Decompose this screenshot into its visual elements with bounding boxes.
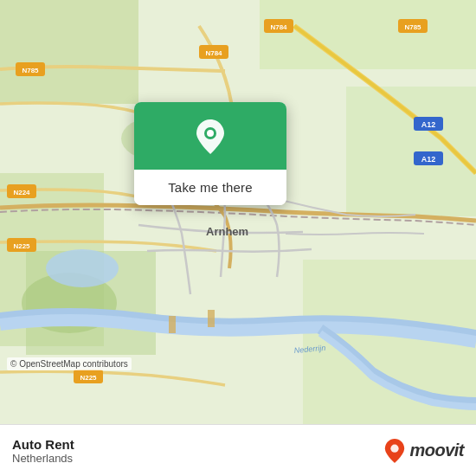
take-me-there-button[interactable]: Take me there <box>134 170 286 205</box>
svg-text:N784: N784 <box>205 49 222 57</box>
moovit-text: moovit <box>409 441 464 460</box>
svg-rect-31 <box>208 310 215 327</box>
popup-header <box>134 102 286 170</box>
svg-text:N785: N785 <box>404 23 421 31</box>
svg-rect-2 <box>260 0 476 69</box>
svg-text:A12: A12 <box>421 155 436 164</box>
svg-text:N225: N225 <box>13 242 30 250</box>
osm-credit: © OpenStreetMap contributors <box>7 357 132 370</box>
location-country: Netherlands <box>12 452 74 465</box>
location-pin-icon <box>195 118 226 156</box>
svg-text:A12: A12 <box>421 120 436 129</box>
svg-text:N785: N785 <box>22 67 39 74</box>
moovit-logo: moovit <box>383 438 464 464</box>
svg-point-9 <box>46 249 119 287</box>
location-name: Auto Rent <box>12 437 74 452</box>
moovit-pin-icon <box>383 438 406 464</box>
svg-text:N224: N224 <box>13 189 30 196</box>
svg-rect-1 <box>0 0 138 104</box>
location-info: Auto Rent Netherlands <box>12 437 74 465</box>
svg-text:Arnhem: Arnhem <box>206 225 248 238</box>
bottom-bar: Auto Rent Netherlands moovit <box>0 424 476 476</box>
svg-rect-30 <box>169 316 176 333</box>
map-area: A12 A12 N784 N785 N785 N784 N224 N225 N2… <box>0 0 476 424</box>
svg-point-34 <box>391 444 399 452</box>
svg-text:N784: N784 <box>270 23 287 31</box>
svg-point-33 <box>207 130 214 137</box>
svg-text:N225: N225 <box>80 374 97 382</box>
location-popup: Take me there <box>134 102 286 205</box>
